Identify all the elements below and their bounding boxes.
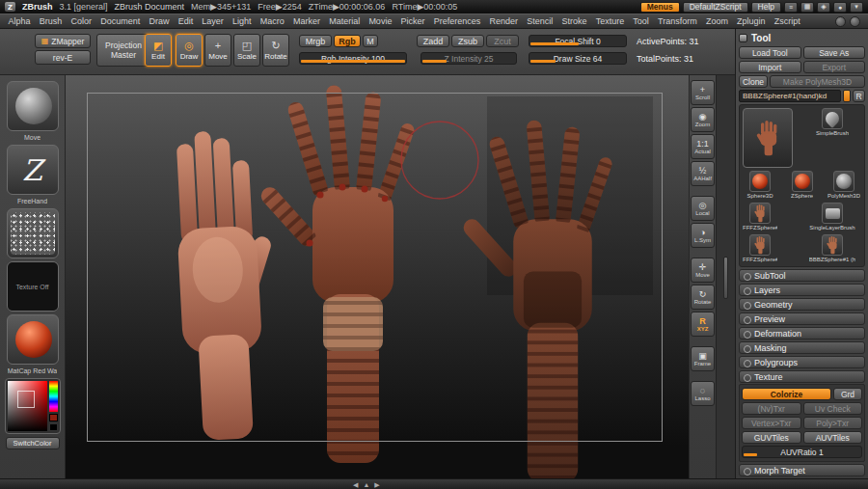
- zcut-button[interactable]: Zcut: [486, 35, 519, 47]
- simplebrush-thumbnail[interactable]: SimpleBrush: [803, 108, 861, 168]
- auv-ratio-slider[interactable]: AUVRatio 1: [742, 446, 862, 458]
- edit-button[interactable]: ◩ Edit: [145, 34, 172, 67]
- zsub-button[interactable]: Zsub: [451, 35, 484, 47]
- menu-zoom[interactable]: Zoom: [701, 16, 732, 26]
- default-zscript-button[interactable]: DefaultZScript: [683, 2, 748, 13]
- menu-picker[interactable]: Picker: [396, 16, 429, 26]
- menu-document[interactable]: Document: [96, 16, 145, 26]
- menus-button[interactable]: Menus: [640, 2, 680, 13]
- menu-alpha[interactable]: Alpha: [4, 16, 35, 26]
- rgb-button[interactable]: Rgb: [334, 35, 361, 47]
- move-view-button[interactable]: ✛Move: [691, 258, 715, 283]
- fffzsphere-thumbnail-2[interactable]: FFFZSphere#1 (h: [743, 234, 777, 263]
- load-tool-button[interactable]: Load Tool: [739, 46, 801, 59]
- dot-icon[interactable]: ●: [833, 2, 847, 13]
- menu-stroke[interactable]: Stroke: [557, 16, 591, 26]
- section-layers[interactable]: Layers: [739, 284, 865, 296]
- move-button[interactable]: + Move: [204, 34, 231, 67]
- rotate-view-button[interactable]: ↻Rotate: [691, 285, 715, 310]
- menu-edit[interactable]: Edit: [174, 16, 198, 26]
- tool-panel-header[interactable]: Tool: [739, 31, 865, 44]
- menu-texture[interactable]: Texture: [591, 16, 629, 26]
- section-polygroups[interactable]: Polygroups: [739, 356, 865, 368]
- grd-button[interactable]: Grd: [833, 388, 862, 400]
- menu-brush[interactable]: Brush: [35, 16, 67, 26]
- nv-txr-button[interactable]: (Nv)Txr: [742, 402, 801, 415]
- current-color-swatch[interactable]: [49, 414, 58, 421]
- lasso-button[interactable]: ◌Lasso: [691, 381, 715, 406]
- material-thumbnail[interactable]: [7, 314, 59, 365]
- polymesh3d-thumbnail[interactable]: PolyMesh3D: [827, 171, 861, 200]
- menu-light[interactable]: Light: [228, 16, 256, 26]
- bbbzsphere-thumbnail[interactable]: BBBZSphere#1 (h: [803, 234, 861, 263]
- stroke-thumbnail[interactable]: Z: [7, 145, 59, 195]
- auvtiles-button[interactable]: AUVTiles: [803, 431, 863, 444]
- alpha-thumbnail[interactable]: [7, 208, 59, 258]
- zsphere-thumbnail[interactable]: ZSphere: [785, 171, 820, 200]
- menu-material[interactable]: Material: [325, 16, 365, 26]
- sphere-icon[interactable]: [835, 16, 846, 27]
- nav-up-icon[interactable]: ▲: [363, 480, 369, 489]
- frame-button[interactable]: ▣Frame: [691, 346, 715, 371]
- zoom-button[interactable]: ◉Zoom: [691, 107, 715, 132]
- section-geometry[interactable]: Geometry: [739, 298, 865, 311]
- grid-icon[interactable]: ▦: [800, 2, 814, 13]
- caret-icon[interactable]: ▾: [850, 2, 863, 13]
- fffzsphere-thumbnail-1[interactable]: FFFZSphere#1 (h: [743, 203, 777, 231]
- make-polymesh3d-button[interactable]: Make PolyMesh3D: [770, 75, 865, 88]
- menu-marker[interactable]: Marker: [288, 16, 324, 26]
- section-morph-target[interactable]: Morph Target: [739, 464, 865, 476]
- color-gradient-square[interactable]: [8, 381, 47, 431]
- divider-handle[interactable]: [723, 257, 728, 299]
- scroll-button[interactable]: +Scroll: [691, 80, 715, 105]
- menu-stencil[interactable]: Stencil: [523, 16, 557, 26]
- nav-right-icon[interactable]: ▶: [374, 480, 379, 489]
- sphere3d-thumbnail[interactable]: Sphere3D: [743, 171, 777, 200]
- m-button[interactable]: M: [363, 35, 378, 47]
- save-as-button[interactable]: Save As: [803, 46, 866, 59]
- document-canvas[interactable]: [66, 75, 689, 478]
- menu-movie[interactable]: Movie: [365, 16, 396, 26]
- scale-button[interactable]: ◰ Scale: [233, 34, 260, 67]
- zadd-button[interactable]: Zadd: [417, 35, 449, 47]
- menu-macro[interactable]: Macro: [256, 16, 288, 26]
- mrgb-button[interactable]: Mrgb: [299, 35, 332, 47]
- menu-zplugin[interactable]: Zplugin: [733, 16, 771, 26]
- import-button[interactable]: Import: [739, 61, 801, 73]
- poly-txr-button[interactable]: Poly>Txr: [803, 417, 863, 429]
- section-texture[interactable]: Texture: [739, 370, 865, 383]
- color-picker[interactable]: [5, 378, 61, 434]
- menu-zscript[interactable]: Zscript: [770, 16, 804, 26]
- rgb-intensity-slider[interactable]: Rgb Intensity 100: [299, 52, 407, 65]
- z-intensity-slider[interactable]: Z Intensity 25: [420, 52, 517, 65]
- section-preview[interactable]: Preview: [739, 312, 865, 325]
- export-button[interactable]: Export: [803, 61, 866, 73]
- orb-icon[interactable]: [850, 16, 860, 27]
- uv-check-button[interactable]: Uv Check: [803, 402, 863, 415]
- help-button[interactable]: Help: [751, 2, 781, 13]
- clone-button[interactable]: Clone: [739, 75, 768, 88]
- vertex-txr-button[interactable]: Vertex>Txr: [742, 417, 801, 429]
- switch-color-button[interactable]: SwitchColor: [6, 437, 60, 449]
- list-icon[interactable]: ≡: [784, 2, 798, 13]
- texture-thumbnail[interactable]: Texture Off: [7, 261, 59, 312]
- singlelayerbrush-thumbnail[interactable]: SingleLayerBrush: [803, 203, 861, 231]
- rotate-button[interactable]: ↻ Rotate: [262, 34, 289, 67]
- local-button[interactable]: ◎Local: [691, 196, 715, 221]
- rename-button[interactable]: R: [853, 90, 865, 102]
- hue-strip[interactable]: [49, 381, 58, 412]
- section-subtool[interactable]: SubTool: [739, 269, 865, 282]
- menu-transform[interactable]: Transform: [653, 16, 701, 26]
- menu-preferences[interactable]: Preferences: [429, 16, 485, 26]
- menu-layer[interactable]: Layer: [198, 16, 229, 26]
- section-masking[interactable]: Masking: [739, 341, 865, 354]
- section-deformation[interactable]: Deformation: [739, 327, 865, 340]
- secondary-color-swatch[interactable]: [49, 423, 58, 431]
- draw-size-slider[interactable]: Draw Size 64: [529, 52, 627, 65]
- colorize-button[interactable]: Colorize: [742, 388, 831, 400]
- guvtiles-button[interactable]: GUVTiles: [742, 431, 801, 444]
- zmapper-button[interactable]: ▦ZMapper: [35, 34, 91, 48]
- lsym-button[interactable]: ◑L.Sym: [691, 223, 715, 248]
- menu-tool[interactable]: Tool: [629, 16, 654, 26]
- active-tool-thumbnail[interactable]: [743, 108, 793, 168]
